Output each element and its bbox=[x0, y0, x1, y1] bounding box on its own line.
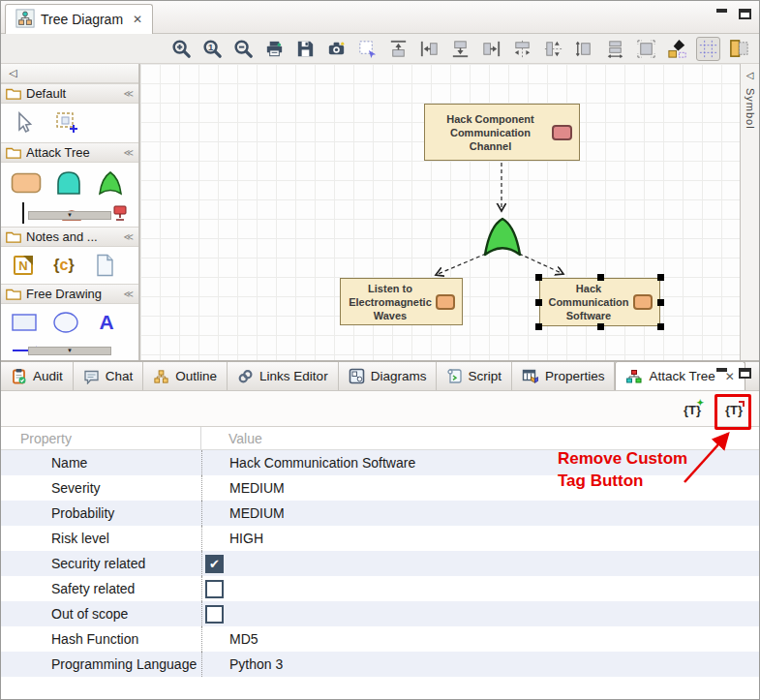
out-of-scope-checkbox[interactable] bbox=[205, 605, 224, 624]
note-tool[interactable]: N bbox=[11, 252, 36, 279]
palette-scroll-indicator[interactable]: ▼ bbox=[28, 347, 111, 355]
align-right-icon[interactable] bbox=[479, 37, 503, 61]
ellipse-tool[interactable] bbox=[51, 309, 80, 336]
section-label: Free Drawing bbox=[26, 287, 119, 301]
tab-tree-diagram[interactable]: Tree Diagram ✕ bbox=[5, 4, 153, 34]
node-listen-to-electromagnetic-waves[interactable]: Listen to Electromagnetic Waves bbox=[340, 278, 463, 325]
tab-diagrams[interactable]: Diagrams bbox=[339, 362, 438, 390]
symbol-panel-label[interactable]: Symbol bbox=[745, 88, 756, 130]
constraint-tool[interactable]: {c} bbox=[51, 252, 76, 279]
editor-tabbar: Tree Diagram ✕ bbox=[1, 1, 759, 34]
minimize-button[interactable] bbox=[716, 9, 727, 13]
palette-section-notes[interactable]: Notes and ... ≪ bbox=[1, 227, 138, 247]
align-bottom-icon[interactable] bbox=[448, 37, 472, 61]
selection-handle[interactable] bbox=[535, 323, 542, 330]
distribute-icon[interactable] bbox=[603, 37, 627, 61]
edit-symbol-icon[interactable] bbox=[727, 37, 751, 61]
column-property[interactable]: Property bbox=[1, 427, 201, 449]
tab-chat[interactable]: Chat bbox=[74, 362, 144, 390]
tab-script[interactable]: Script bbox=[437, 362, 512, 390]
marquee-add-tool[interactable] bbox=[53, 109, 80, 137]
palette-section-default[interactable]: Default ≪ bbox=[1, 83, 138, 104]
table-row-safety-related[interactable]: Safety related bbox=[1, 576, 759, 601]
safety-related-checkbox[interactable] bbox=[205, 580, 224, 598]
diagram-canvas[interactable]: Hack Component Communication Channel Lis… bbox=[140, 64, 740, 360]
folder-icon bbox=[6, 87, 21, 100]
node-badge[interactable] bbox=[633, 294, 653, 310]
bottom-panel: Audit Chat Outline Links Editor Diagrams… bbox=[1, 360, 759, 699]
align-left-icon[interactable] bbox=[417, 37, 441, 61]
format-paint-icon[interactable] bbox=[665, 37, 689, 61]
column-value[interactable]: Value bbox=[201, 431, 262, 446]
add-custom-tag-button[interactable]: {T} ✦ bbox=[679, 398, 706, 421]
tab-links-editor[interactable]: Links Editor bbox=[228, 362, 339, 390]
node-hack-component-communication-channel[interactable]: Hack Component Communication Channel bbox=[424, 104, 580, 161]
selection-handle[interactable] bbox=[535, 299, 542, 306]
close-icon[interactable]: ✕ bbox=[133, 13, 142, 26]
diagrams-icon bbox=[349, 368, 365, 384]
zoom-original-icon[interactable]: 1 bbox=[200, 37, 225, 61]
palette-section-free-drawing[interactable]: Free Drawing ≪ bbox=[1, 284, 138, 304]
script-icon bbox=[446, 368, 462, 384]
or-gate-tool[interactable] bbox=[96, 169, 125, 197]
minimize-button[interactable] bbox=[716, 368, 727, 372]
tree-diagram-icon bbox=[15, 9, 35, 31]
palette-section-attack-tree[interactable]: Attack Tree ≪ bbox=[1, 142, 138, 163]
select-tool[interactable] bbox=[11, 109, 36, 137]
panel-toolbar: {T} ✦ {T} bbox=[1, 391, 759, 426]
selection-handle[interactable] bbox=[535, 274, 542, 281]
tab-outline[interactable]: Outline bbox=[143, 362, 228, 390]
rectangle-tool[interactable] bbox=[11, 309, 38, 336]
print-icon[interactable] bbox=[262, 37, 287, 61]
align-top-icon[interactable] bbox=[386, 37, 410, 61]
table-row-out-of-scope[interactable]: Out of scope bbox=[1, 601, 759, 626]
zoom-out-icon[interactable] bbox=[231, 37, 256, 61]
selection-handle[interactable] bbox=[657, 299, 664, 306]
snap-to-grid-icon[interactable] bbox=[634, 37, 658, 61]
collapse-left-icon: ◁ bbox=[9, 67, 16, 79]
pin-icon[interactable]: ≪ bbox=[124, 289, 134, 299]
palette-scroll-indicator[interactable]: ▼ bbox=[28, 211, 111, 220]
center-vertical-icon[interactable] bbox=[541, 37, 565, 61]
zoom-in-icon[interactable] bbox=[169, 37, 194, 61]
links-editor-icon bbox=[237, 369, 254, 384]
marquee-select-icon[interactable] bbox=[355, 37, 380, 61]
maximize-button[interactable] bbox=[739, 368, 751, 379]
selection-handle[interactable] bbox=[657, 323, 664, 330]
node-tool[interactable] bbox=[11, 169, 42, 197]
selection-handle[interactable] bbox=[597, 323, 604, 330]
pin-icon[interactable]: ≪ bbox=[124, 231, 134, 242]
pin-icon[interactable]: ≪ bbox=[124, 88, 134, 99]
node-hack-communication-software[interactable]: Hack Communication Software bbox=[539, 278, 660, 326]
node-badge[interactable] bbox=[552, 125, 572, 140]
palette-collapse-button[interactable]: ◁ bbox=[1, 64, 138, 83]
and-gate-tool[interactable] bbox=[54, 169, 83, 197]
audit-icon bbox=[11, 368, 27, 384]
pin-icon[interactable]: ≪ bbox=[124, 147, 134, 158]
center-horizontal-icon[interactable] bbox=[510, 37, 534, 61]
table-row-risk-level[interactable]: Risk level HIGH bbox=[1, 526, 759, 551]
symbol-panel-strip[interactable]: ◁ Symbol bbox=[740, 64, 759, 360]
tab-properties[interactable]: Properties bbox=[512, 362, 616, 390]
save-icon[interactable] bbox=[293, 37, 318, 61]
text-tool[interactable]: A bbox=[94, 309, 119, 336]
table-row-hash-function[interactable]: Hash Function MD5 bbox=[1, 626, 759, 652]
toggle-grid-icon[interactable] bbox=[696, 37, 720, 61]
svg-text:1: 1 bbox=[208, 41, 214, 51]
table-row-programming-language[interactable]: Programming Language Python 3 bbox=[1, 652, 759, 677]
selection-handle[interactable] bbox=[597, 274, 604, 281]
node-badge[interactable] bbox=[436, 294, 455, 310]
properties-icon bbox=[522, 368, 539, 384]
or-gate[interactable] bbox=[480, 215, 525, 258]
table-row-security-related[interactable]: Security related bbox=[1, 551, 759, 576]
document-tool[interactable] bbox=[92, 252, 117, 279]
match-size-icon[interactable] bbox=[572, 37, 596, 61]
collapse-left-icon[interactable]: ◁ bbox=[746, 70, 754, 80]
camera-icon[interactable] bbox=[324, 37, 349, 61]
add-mark-icon: ✦ bbox=[696, 398, 704, 408]
table-row-probability[interactable]: Probability MEDIUM bbox=[1, 501, 759, 526]
selection-handle[interactable] bbox=[657, 274, 664, 281]
security-related-checkbox[interactable] bbox=[205, 555, 224, 573]
maximize-button[interactable] bbox=[739, 9, 751, 19]
tab-audit[interactable]: Audit bbox=[1, 362, 74, 390]
